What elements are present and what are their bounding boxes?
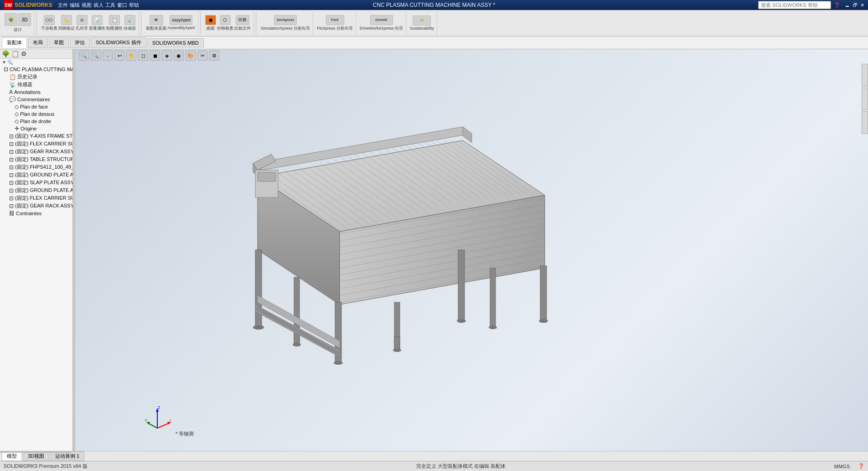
tree-item-flex2[interactable]: ⊡ (固定) FLEX CARRIER SUP... [0, 194, 72, 202]
view-display2[interactable]: ◈ [162, 51, 172, 61]
toolbar-sustain[interactable]: 🌱 [413, 16, 431, 26]
toolbar-hole-align[interactable]: ⊙ [77, 15, 88, 25]
right-panel-btn-3[interactable] [862, 111, 868, 134]
view-rotate[interactable]: ↩ [114, 51, 124, 61]
toolbar-sym-check[interactable]: ⬡ [220, 15, 231, 25]
view-settings[interactable]: ⚙ [209, 51, 219, 61]
status-version: SOLIDWORKS Premium 2015 x64 版 [4, 463, 88, 470]
toolbar-clearance-label: 间隙验证 [58, 26, 75, 31]
sep-2 [141, 12, 141, 35]
tab-sw-mbd[interactable]: SOLIDWORKS MBD [147, 38, 204, 47]
tab-layout[interactable]: 布局 [28, 37, 48, 48]
tree-item-commentaires[interactable]: 💬 Commentaires [0, 96, 72, 103]
tree-item-plan-dessus[interactable]: ◇ Plan de dessus [0, 110, 72, 118]
sep-1 [36, 12, 36, 35]
view-zoom-in[interactable]: 🔍 [91, 51, 101, 61]
svg-point-59 [489, 326, 497, 329]
filter-icon[interactable]: ▼ [2, 60, 6, 65]
tree-item-contraintes[interactable]: ⛓ Contraintes [0, 210, 72, 217]
tree-item-plan-droite[interactable]: ◇ Plan de droite [0, 118, 72, 125]
toolbar-drawing[interactable]: 📋 [109, 15, 120, 25]
tree-item-plan-face-label: Plan de face [20, 104, 48, 109]
svg-rect-50 [490, 268, 496, 327]
view-zoom-out[interactable]: - [103, 51, 113, 61]
tree-item-contraintes-label: Contraintes [16, 211, 41, 216]
restore-btn[interactable]: 🗗 [852, 2, 858, 8]
menu-insert[interactable]: 插入 [93, 2, 103, 9]
history-icon: 📋 [9, 74, 16, 80]
tree-item-slap-label: (固定) SLAP PLATE ASSY<... [15, 179, 72, 186]
right-panel-btn-2[interactable] [862, 88, 868, 110]
sidebar-icon-props[interactable]: 📋 [11, 50, 19, 57]
gear2-icon: ⊡ [9, 203, 14, 209]
toolbar-group-analysis: ◼ 曲面 ⬡ 对称检查 比较 比较文件 [202, 11, 254, 36]
view-area[interactable]: 🔍 🔍 - ↩ ✋ ◻ ◼ ◈ ◉ 🎨 ✂ ⚙ [75, 49, 868, 451]
tree-item-origine[interactable]: ✛ Origine [0, 125, 72, 132]
search-input[interactable] [758, 1, 831, 9]
tree-item-slap[interactable]: ⊡ (固定) SLAP PLATE ASSY<... [0, 179, 72, 186]
view-pan[interactable]: ✋ [126, 51, 136, 61]
tree-item-annotations[interactable]: A Annotations [0, 88, 72, 96]
tree-item-fhps-label: (固定) FHPS412_100_49_A... [15, 164, 72, 171]
view-zoom-all[interactable]: 🔍 [79, 51, 89, 61]
view-display1[interactable]: ◼ [150, 51, 160, 61]
help-btn[interactable]: ❓ [834, 2, 840, 8]
toolbar-clearance[interactable]: 📐 [61, 15, 72, 25]
flex1-icon: ⊡ [9, 141, 14, 147]
ground1-icon: ⊡ [9, 172, 14, 178]
toolbar-driveworks[interactable]: DriveW [370, 15, 393, 25]
tree-item-gear1[interactable]: ⊡ (固定) GEAR RACK ASSY... [0, 148, 72, 155]
menu-tools[interactable]: 工具 [105, 2, 115, 9]
right-panel-btn-1[interactable] [862, 64, 868, 87]
view-section[interactable]: ✂ [197, 51, 207, 61]
tree-item-ground1[interactable]: ⊡ (固定) GROUND PLATE AS... [0, 171, 72, 179]
sidebar-icon-tree[interactable]: 🌳 [2, 50, 10, 57]
tab-assembly[interactable]: 装配体 [2, 37, 27, 48]
minimize-btn[interactable]: 🗕 [845, 2, 850, 8]
menu-file[interactable]: 文件 [58, 2, 68, 9]
toolbar-compare[interactable]: 比较 [236, 15, 249, 25]
tab-sketch[interactable]: 草图 [49, 37, 69, 48]
tree-item-history[interactable]: 📋 历史记录 [0, 73, 72, 81]
tree-root[interactable]: ⊡ CNC PLASMA CUTTING MAC... [0, 66, 72, 73]
tree-item-plan-face[interactable]: ◇ Plan de face [0, 103, 72, 110]
view-display3[interactable]: ◉ [174, 51, 184, 61]
status-units: MMGS [834, 464, 850, 469]
menu-help[interactable]: 帮助 [129, 2, 139, 9]
tree-item-gear2[interactable]: ⊡ (固定) GEAR RACK ASSY-... [0, 202, 72, 210]
menu-window[interactable]: 窗口 [117, 2, 127, 9]
view-color[interactable]: 🎨 [186, 51, 196, 61]
menu-view[interactable]: 视图 [82, 2, 92, 9]
view-box[interactable]: ◻ [138, 51, 148, 61]
tab-evaluate[interactable]: 评估 [70, 37, 90, 48]
svg-point-57 [457, 319, 466, 323]
tree-item-yaxis[interactable]: ⊡ (固定) Y-AXIS FRAME STR... [0, 132, 72, 140]
sidebar-icon-config[interactable]: ⚙ [21, 50, 27, 57]
toolbar-floxpress[interactable]: FloX [326, 15, 344, 25]
toolbar-simxpress[interactable]: SimXpress [274, 15, 297, 25]
tree-item-sensor-label: 传感器 [17, 81, 32, 88]
view-label: * 等轴测 [176, 430, 194, 437]
toolbar-mass[interactable]: 📊 [92, 15, 103, 25]
tree-item-ground2[interactable]: ⊡ (固定) GROUND PLATE AS... [0, 186, 72, 194]
toolbar-3d-sketch[interactable]: 3D [18, 13, 31, 26]
toolbar-sensor[interactable]: 📡 [124, 15, 135, 25]
status-help[interactable]: ❓ [858, 463, 864, 469]
bottom-tab-3d[interactable]: 3D视图 [23, 451, 49, 461]
tree-item-flex1[interactable]: ⊡ (固定) FLEX CARRIER SUP... [0, 140, 72, 148]
tab-sw-addon[interactable]: SOLIDWORKS 插件 [91, 37, 146, 48]
menu-edit[interactable]: 编辑 [70, 2, 80, 9]
bottom-tab-motion[interactable]: 运动算例 1 [50, 451, 84, 461]
tree-item-table[interactable]: ⊡ (固定) TABLE STRUCTUR... [0, 155, 72, 163]
close-btn[interactable]: ✕ [860, 2, 864, 8]
toolbar-design-tree[interactable]: 🌳 [5, 13, 17, 26]
tree-item-sensor[interactable]: 📡 传感器 [0, 81, 72, 88]
toolbar-assy-expert-label: AssemblyXpert [167, 26, 195, 30]
toolbar-assy-visual[interactable]: 👁 [150, 15, 163, 25]
toolbar-assy-expert[interactable]: AssyXpert [170, 15, 192, 25]
annotations-icon: A [9, 89, 13, 95]
tree-item-fhps[interactable]: ⊡ (固定) FHPS412_100_49_A... [0, 163, 72, 171]
toolbar-interference[interactable]: ⬡⬡ [44, 15, 55, 25]
bottom-tab-model[interactable]: 模型 [2, 451, 22, 461]
toolbar-curve[interactable]: ◼ [205, 15, 216, 25]
